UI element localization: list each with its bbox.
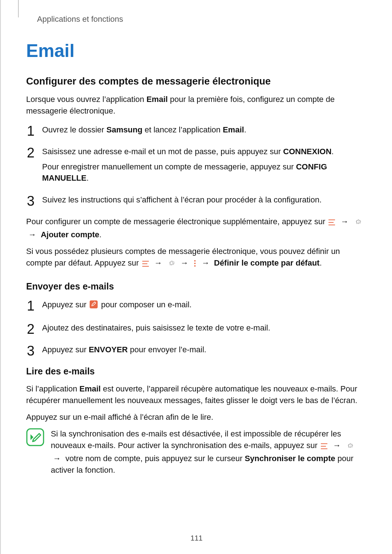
menu-icon xyxy=(328,217,335,229)
steps-list-configure: Ouvrez le dossier Samsung et lancez l’ap… xyxy=(26,124,367,206)
text: Suivez les instructions qui s’affichent … xyxy=(42,195,322,204)
text: Appuyez sur xyxy=(42,300,89,309)
list-item: Ajoutez des destinataires, puis saisisse… xyxy=(26,322,367,334)
arrow-icon: → xyxy=(341,216,349,227)
text: . xyxy=(99,230,101,239)
text: Pour enregistrer manuellement un compte … xyxy=(42,162,296,171)
svg-point-6 xyxy=(194,260,196,262)
compose-icon xyxy=(89,300,98,312)
text: . xyxy=(86,173,89,182)
section-heading-configure: Configurer des comptes de messagerie éle… xyxy=(26,76,367,87)
note-icon xyxy=(26,428,44,448)
text: et lancez l’application xyxy=(142,125,222,134)
text: Ouvrez le dossier xyxy=(42,125,106,134)
list-item: Ouvrez le dossier Samsung et lancez l’ap… xyxy=(26,124,367,136)
text: pour envoyer l’e-mail. xyxy=(128,345,206,354)
svg-rect-9 xyxy=(90,300,98,308)
list-item: Saisissez une adresse e-mail et un mot d… xyxy=(26,146,367,184)
text: Saisissez une adresse e-mail et un mot d… xyxy=(42,147,283,156)
bold-text: Email xyxy=(223,125,244,134)
text: Appuyez sur xyxy=(42,345,89,354)
page-number: 111 xyxy=(1,534,392,542)
arrow-icon: → xyxy=(201,257,209,269)
intro-paragraph: Lorsque vous ouvrez l’application Email … xyxy=(26,94,367,117)
more-dots-icon xyxy=(193,259,196,270)
steps-list-send: Appuyez sur pour composer un e-mail. Ajo… xyxy=(26,299,367,356)
note-text: Si la synchronisation des e-mails est dé… xyxy=(51,428,367,476)
paragraph-read-tap: Appuyez sur un e-mail affiché à l’écran … xyxy=(26,411,367,423)
note-block: Si la synchronisation des e-mails est dé… xyxy=(26,428,367,476)
gear-icon xyxy=(354,217,362,229)
bold-text: Synchroniser le compte xyxy=(245,454,335,463)
arrow-icon: → xyxy=(53,453,61,464)
arrow-icon: → xyxy=(28,229,36,241)
text: . xyxy=(319,258,322,267)
text: Lorsque vous ouvrez l’application xyxy=(26,95,146,104)
text: Ajoutez des destinataires, puis saisisse… xyxy=(42,323,270,332)
bold-text: Email xyxy=(146,95,168,104)
gear-icon xyxy=(346,441,354,453)
svg-point-8 xyxy=(194,265,196,267)
bold-text: ENVOYER xyxy=(89,345,128,354)
svg-point-7 xyxy=(194,263,196,264)
bold-text: Samsung xyxy=(106,125,142,134)
section-heading-send: Envoyer des e-mails xyxy=(26,281,367,292)
section-heading-read: Lire des e-mails xyxy=(26,366,367,377)
list-item: Suivez les instructions qui s’affichent … xyxy=(26,194,367,206)
paragraph-default-account: Si vous possédez plusieurs comptes de me… xyxy=(26,246,367,270)
text: Pour configurer un compte de messagerie … xyxy=(26,217,327,226)
bold-text: Ajouter compte xyxy=(41,230,99,239)
text: votre nom de compte, puis appuyez sur le… xyxy=(65,454,245,463)
list-item: Appuyez sur ENVOYER pour envoyer l’e-mai… xyxy=(26,344,367,356)
text: . xyxy=(244,125,246,134)
sub-text: Pour enregistrer manuellement un compte … xyxy=(42,161,367,184)
arrow-icon: → xyxy=(333,440,341,451)
arrow-icon: → xyxy=(180,257,188,269)
breadcrumb: Applications et fonctions xyxy=(37,15,367,24)
menu-icon xyxy=(142,259,149,270)
list-item: Appuyez sur pour composer un e-mail. xyxy=(26,299,367,312)
bold-text: Email xyxy=(79,384,101,393)
document-page: Applications et fonctions Email Configur… xyxy=(0,0,392,554)
bold-text: Définir le compte par défaut xyxy=(214,258,320,267)
paragraph-read-auto: Si l’application Email est ouverte, l’ap… xyxy=(26,383,367,406)
margin-rule xyxy=(18,0,19,17)
gear-icon xyxy=(167,259,175,270)
text: . xyxy=(331,147,334,156)
bold-text: CONNEXION xyxy=(283,147,331,156)
menu-icon xyxy=(320,441,328,453)
text: Si l’application xyxy=(26,384,79,393)
page-title: Email xyxy=(26,40,367,61)
text: pour composer un e-mail. xyxy=(101,300,192,309)
text: Si la synchronisation des e-mails est dé… xyxy=(51,429,341,450)
arrow-icon: → xyxy=(154,257,162,269)
paragraph-add-account: Pour configurer un compte de messagerie … xyxy=(26,216,367,241)
